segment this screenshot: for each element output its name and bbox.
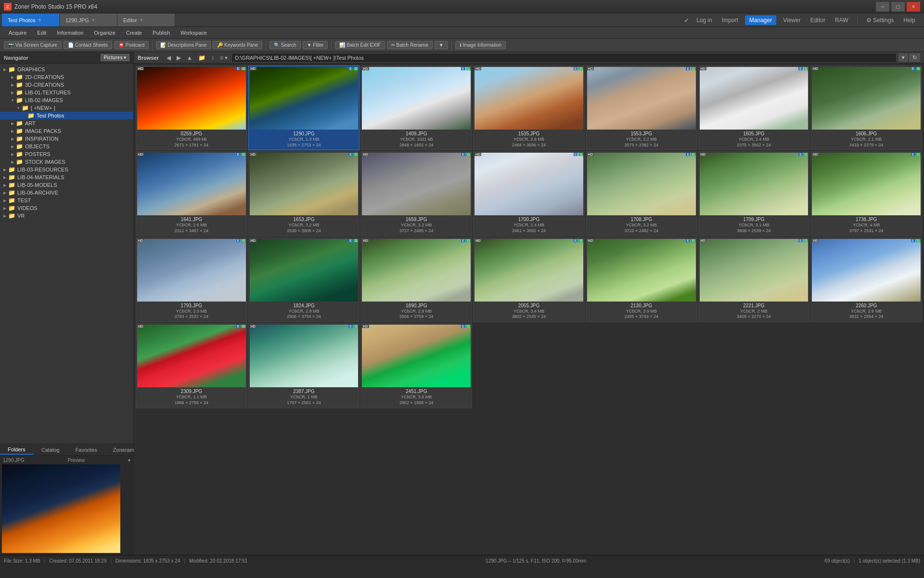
thumbnail-item[interactable]: HDEG2451.JPGYCbCR, 3.6 MB2802 × 1868 × 2… <box>360 323 472 408</box>
back-button[interactable]: ◀ <box>165 54 173 62</box>
thumbnail-image <box>475 153 583 215</box>
keywords-pane-button[interactable]: 🔑 Keywords Pane <box>213 41 262 49</box>
tree-item-test-photos[interactable]: 📁 Test Photos <box>0 112 133 119</box>
import-button[interactable]: Import <box>719 16 741 25</box>
filter-button[interactable]: ▼ Filter <box>303 41 328 49</box>
tree-item-textures[interactable]: ▶ 📁 LIB-01-TEXTURES <box>0 89 133 96</box>
thumbnail-item[interactable]: HDEG1708.JPGYCbCR, 3.2 MB3723 × 2482 × 2… <box>586 151 697 236</box>
menu-publish[interactable]: Publish <box>148 29 175 37</box>
settings-button[interactable]: ⚙ Settings <box>863 16 897 25</box>
maximize-button[interactable]: □ <box>891 2 905 12</box>
search-button[interactable]: 🔍 Search <box>270 41 300 49</box>
tree-item-new[interactable]: ▼ 📁 [ +NEW+ ] <box>0 104 133 112</box>
thumbnail-item[interactable]: HDEG1605.JPGYCbCR, 2.4 MB2375 × 3562 × 2… <box>698 66 810 150</box>
tree-item-lib02[interactable]: ▼ 📁 LIB-02-IMAGES <box>0 96 133 104</box>
viewer-button[interactable]: Viewer <box>780 16 803 25</box>
batch-dropdown-button[interactable]: ▼ <box>435 41 448 49</box>
batch-rename-button[interactable]: ✏ Batch Rename <box>387 41 433 49</box>
tab-test-photos[interactable]: Test Photos × <box>2 13 60 26</box>
thumbnail-grid[interactable]: HDEG0259.JPGYCbCR, 489 kB2671 × 1781 × 2… <box>134 64 924 555</box>
thumbnail-item[interactable]: HDEG1793.JPGYCbCR, 3.3 MB3783 × 2522 × 2… <box>136 237 247 322</box>
path-bar[interactable] <box>231 53 897 63</box>
thumbnail-item[interactable]: HDEG2309.JPGYCbCR, 1.1 MB1866 × 2799 × 2… <box>136 323 247 408</box>
tab-favorites[interactable]: Favorites <box>68 446 105 454</box>
thumbnail-item[interactable]: HDEG2130.JPGYCbCR, 3.9 MB2495 × 3743 × 2… <box>586 237 697 322</box>
descriptions-pane-button[interactable]: 📝 Descriptions Pane <box>156 41 211 49</box>
tree-item-posters[interactable]: ▶ 📁 POSTERS <box>0 150 133 158</box>
preview-panel: 1290.JPG Preview ▾ <box>0 455 133 555</box>
folder-tree[interactable]: ▶ 📁 GRAPHICS ▶ 📁 2D-CREATIONS ▶ 📁 3D-CRE… <box>0 64 133 444</box>
tree-item-vr[interactable]: ▶ 📁 VR <box>0 212 133 220</box>
tab-1290[interactable]: 1290.JPG × <box>60 13 117 26</box>
thumbnail-item[interactable]: HDEG1653.JPGYCbCR, 3.2 MB2539 × 3808 × 2… <box>248 151 360 236</box>
tab-close-icon[interactable]: × <box>92 17 95 23</box>
minimize-button[interactable]: − <box>876 2 889 12</box>
screen-capture-button[interactable]: 📷 Via Screen Capture <box>4 41 62 49</box>
tree-item-image-packs[interactable]: ▶ 📁 IMAGE PACKS <box>0 127 133 135</box>
thumbnail-item[interactable]: HDEG1890.JPGYCbCR, 2.8 MB2506 × 3759 × 2… <box>360 237 472 322</box>
thumbnail-item[interactable]: HDEG2055.JPGYCbCR, 3.4 MB3802 × 2535 × 2… <box>473 237 585 322</box>
thumbnail-item[interactable]: HDEG2260.JPGYCbCR, 2.6 MB3831 × 2554 × 2… <box>810 237 922 322</box>
tree-item-3d[interactable]: ▶ 📁 3D-CREATIONS <box>0 81 133 89</box>
editor-button[interactable]: Editor <box>808 16 828 25</box>
manager-button[interactable]: Manager <box>745 15 776 25</box>
up-button[interactable]: ▲ <box>185 54 194 62</box>
view-options-button[interactable]: ≡ ▾ <box>218 54 230 62</box>
tree-item-videos[interactable]: ▶ 📁 VIDEOS <box>0 204 133 212</box>
raw-button[interactable]: RAW <box>832 16 851 25</box>
tree-item-inspiration[interactable]: ▶ 📁 INSPIRATION <box>0 135 133 143</box>
tab-catalog[interactable]: Catalog <box>34 446 68 454</box>
thumbnail-item[interactable]: HDEG1641.JPGYCbCR, 2.6 MB2311 × 3467 × 2… <box>136 151 247 236</box>
thumbnail-item[interactable]: HDEG1824.JPGYCbCR, 2.8 MB2506 × 3759 × 2… <box>248 237 360 322</box>
thumbnail-item[interactable]: HDEG1290.JPGYCbCR, 1.3 MB1835 × 2753 × 2… <box>248 66 360 150</box>
tree-item-2d[interactable]: ▶ 📁 2D-CREATIONS <box>0 73 133 81</box>
tree-item-graphics[interactable]: ▶ 📁 GRAPHICS <box>0 66 133 73</box>
help-button[interactable]: Help <box>900 16 918 25</box>
forward-button[interactable]: ▶ <box>175 54 183 62</box>
menu-create[interactable]: Create <box>121 29 147 37</box>
thumb-dims: 3831 × 2554 × 24 <box>849 314 884 320</box>
filesize-label: File Size: 1.3 MB <box>4 558 40 564</box>
thumbnail-item[interactable]: HDEG1553.JPGYCbCR, 2.2 MB3573 × 2382 × 2… <box>586 66 697 150</box>
refresh-button[interactable]: ↻ <box>909 53 920 62</box>
tab-folders[interactable]: Folders <box>0 445 34 455</box>
thumbnail-item[interactable]: HDEG1659.JPGYCbCR, 3.2 MB3727 × 2485 × 2… <box>360 151 472 236</box>
tree-item-lib04[interactable]: ▶ 📁 LIB-04-MATERIALS <box>0 173 133 181</box>
tab-close-icon[interactable]: × <box>38 17 41 23</box>
tree-item-lib06[interactable]: ▶ 📁 LIB-06-ARCHIVE <box>0 189 133 197</box>
menu-edit[interactable]: Edit <box>32 29 51 37</box>
thumbnail-item[interactable]: HDEG1606.JPGYCbCR, 2.1 MB3419 × 2279 × 2… <box>810 66 922 150</box>
thumbnail-item[interactable]: HDEG2387.JPGYCbCR, 1 MB1707 × 2561 × 24 <box>248 323 360 408</box>
search-bar-toggle[interactable]: ▾ <box>898 53 908 62</box>
contact-sheets-button[interactable]: 📄 Contact Sheets <box>64 41 112 49</box>
menu-information[interactable]: Information <box>52 29 88 37</box>
tree-item-label: GRAPHICS <box>17 66 45 72</box>
thumbnail-item[interactable]: HDEG1700.JPGYCbCR, 2.4 MB2461 × 3692 × 2… <box>473 151 585 236</box>
log-in-button[interactable]: Log in <box>693 16 715 25</box>
thumbnail-item[interactable]: HDEG1709.JPGYCbCR, 3.1 MB3808 × 2539 × 2… <box>698 151 810 236</box>
tree-item-art[interactable]: ▶ 📁 ART <box>0 119 133 127</box>
thumbnail-item[interactable]: HDEG1535.JPGYCbCR, 2.6 MB2464 × 3696 × 2… <box>473 66 585 150</box>
tree-item-test[interactable]: ▶ 📁 TEST <box>0 197 133 204</box>
thumbnail-item[interactable]: HDEG1409.JPGYCbCR, 1021 kB2848 × 1602 × … <box>360 66 472 150</box>
close-button[interactable]: × <box>907 2 920 12</box>
pictures-selector[interactable]: Pictures ▾ <box>101 54 129 61</box>
menu-organize[interactable]: Organize <box>89 29 120 37</box>
new-folder-button[interactable]: 📁 <box>196 54 207 62</box>
thumb-badge: HD <box>812 239 819 242</box>
tree-item-lib03[interactable]: ▶ 📁 LIB-03-RESOURCES <box>0 166 133 173</box>
batch-edit-exif-button[interactable]: 📊 Batch Edit EXIF <box>335 41 385 49</box>
postcard-button[interactable]: 📮 Postcard <box>114 41 149 49</box>
thumbnail-item[interactable]: HDEG0259.JPGYCbCR, 489 kB2671 × 1781 × 2… <box>136 66 247 150</box>
thumbnail-item[interactable]: HDEG1738.JPGYCbCR, 4 MB3797 × 2531 × 24 <box>810 151 922 236</box>
tab-close-icon[interactable]: × <box>140 17 143 23</box>
menu-workspace[interactable]: Workspace <box>176 29 212 37</box>
image-information-button[interactable]: ℹ Image Information <box>455 41 506 49</box>
tree-item-lib05[interactable]: ▶ 📁 LIB-05-MODELS <box>0 181 133 189</box>
menu-acquire[interactable]: Acquire <box>4 29 31 37</box>
tree-item-stock-images[interactable]: ▶ 📁 STOCK IMAGES <box>0 158 133 166</box>
thumbnail-item[interactable]: HDEG2221.JPGYCbCR, 2 MB3405 × 2270 × 24 <box>698 237 810 322</box>
tree-item-objects[interactable]: ▶ 📁 OBJECTS <box>0 143 133 150</box>
sort-button[interactable]: ↕ <box>209 54 216 62</box>
tab-editor[interactable]: Editor × <box>117 13 175 26</box>
